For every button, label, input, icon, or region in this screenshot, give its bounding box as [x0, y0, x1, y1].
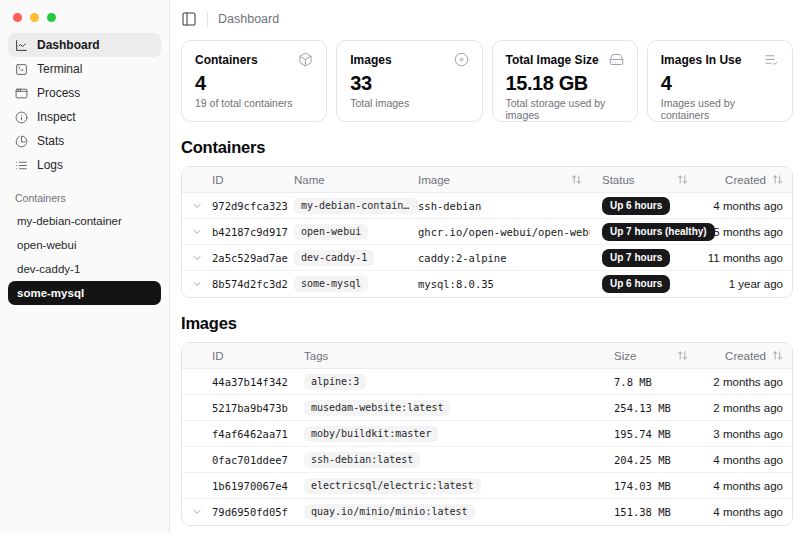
column-header-image: Image [418, 174, 590, 186]
image-table-row[interactable]: 5217ba9b473b musedam-website:latest 254.… [182, 395, 792, 421]
sidebar-nav-item[interactable]: Stats [8, 129, 161, 153]
stat-card-subtitle: Images used by containers [661, 97, 779, 121]
images-section-title: Images [181, 314, 793, 333]
sort-image-icon[interactable] [571, 174, 582, 185]
expand-row-icon[interactable] [191, 506, 203, 518]
main-content: Dashboard Containers 4 19 of total conta… [170, 0, 800, 533]
image-id: f4af6462aa71 [212, 428, 304, 440]
stat-card-title: Images [350, 53, 391, 67]
stat-card: Images 33 Total images [336, 40, 482, 122]
containers-group-label: Containers [8, 192, 161, 204]
list-icon [15, 159, 28, 172]
image-table-row[interactable]: 79d6950fd05f quay.io/minio/minio:latest … [182, 499, 792, 525]
sidebar-nav-item[interactable]: Process [8, 81, 161, 105]
info-icon [15, 111, 28, 124]
sort-size-icon[interactable] [677, 350, 688, 361]
image-tag-pill: ssh-debian:latest [304, 452, 420, 468]
column-header-status: Status [590, 174, 696, 186]
images-table: ID Tags Size Created 44a37b14f342 alpine… [181, 342, 793, 526]
sidebar-container-item[interactable]: open-webui [8, 233, 161, 257]
stat-card-title: Images In Use [661, 53, 742, 67]
nav-item-label: Logs [37, 158, 63, 172]
image-tag-pill: alpine:3 [304, 374, 366, 390]
container-table-row[interactable]: 972d9cfca323 my-debian-container ssh-deb… [182, 193, 792, 219]
container-table-row[interactable]: b42187c9d917 open-webui ghcr.io/open-web… [182, 219, 792, 245]
stat-cards-row: Containers 4 19 of total containers Imag… [181, 40, 793, 122]
image-size: 204.25 MB [600, 454, 696, 466]
sidebar-container-list: my-debian-container open-webui dev-caddy… [8, 209, 161, 305]
container-id: 2a5c529ad7ae [212, 252, 294, 264]
container-created: 4 months ago [696, 200, 792, 212]
sidebar-toggle-icon[interactable] [181, 11, 197, 27]
expand-row-icon[interactable] [191, 278, 203, 290]
image-size: 174.03 MB [600, 480, 696, 492]
image-table-row[interactable]: 1b61970067e4 electricsql/electric:latest… [182, 473, 792, 499]
image-table-row[interactable]: 44a37b14f342 alpine:3 7.8 MB 2 months ag… [182, 369, 792, 395]
container-name-pill: open-webui [294, 224, 368, 240]
window-zoom-button[interactable] [47, 13, 56, 22]
image-size: 7.8 MB [600, 376, 696, 388]
container-id: 972d9cfca323 [212, 200, 294, 212]
sidebar-nav-item[interactable]: Inspect [8, 105, 161, 129]
sort-created-icon[interactable] [772, 174, 783, 185]
expand-row-icon[interactable] [191, 200, 203, 212]
image-id: 0fac701ddee7 [212, 454, 304, 466]
container-name-label: some-mysql [17, 287, 84, 299]
image-id: 5217ba9b473b [212, 402, 304, 414]
sidebar-nav: Dashboard Terminal Process Inspect Stats… [0, 22, 169, 177]
stat-card-title: Total Image Size [506, 53, 599, 67]
app-window-icon [15, 87, 28, 100]
image-table-row[interactable]: 0fac701ddee7 ssh-debian:latest 204.25 MB… [182, 447, 792, 473]
containers-table-header: ID Name Image Status Created [182, 167, 792, 193]
container-id: 8b574d2fc3d2 [212, 278, 294, 290]
stat-card-value: 4 [661, 72, 779, 95]
image-id: 44a37b14f342 [212, 376, 304, 388]
sidebar-container-item[interactable]: some-mysql [8, 281, 161, 305]
sidebar-nav-item[interactable]: Dashboard [8, 33, 161, 57]
expand-row-icon[interactable] [191, 226, 203, 238]
containers-section-title: Containers [181, 138, 793, 157]
stat-card-subtitle: Total images [350, 97, 468, 109]
stat-card: Images In Use 4 Images used by container… [647, 40, 793, 122]
topbar: Dashboard [181, 6, 793, 32]
box-icon [298, 52, 313, 67]
nav-item-label: Dashboard [37, 38, 100, 52]
expand-row-icon[interactable] [191, 252, 203, 264]
container-image: caddy:2-alpine [418, 252, 590, 264]
sidebar-container-item[interactable]: dev-caddy-1 [8, 257, 161, 281]
image-size: 254.13 MB [600, 402, 696, 414]
container-id: b42187c9d917 [212, 226, 294, 238]
image-created: 2 months ago [696, 376, 792, 388]
stat-card-subtitle: Total storage used by images [506, 97, 624, 121]
image-created: 4 months ago [696, 454, 792, 466]
container-name-label: my-debian-container [17, 215, 122, 227]
container-image: mysql:8.0.35 [418, 278, 590, 290]
nav-item-label: Process [37, 86, 80, 100]
image-tag-pill: electricsql/electric:latest [304, 478, 481, 494]
container-image: ghcr.io/open-webui/open-webui:main [418, 226, 590, 238]
window-controls [0, 0, 169, 22]
image-table-row[interactable]: f4af6462aa71 moby/buildkit:master 195.74… [182, 421, 792, 447]
container-table-row[interactable]: 2a5c529ad7ae dev-caddy-1 caddy:2-alpine … [182, 245, 792, 271]
list-check-icon [764, 52, 779, 67]
container-table-row[interactable]: 8b574d2fc3d2 some-mysql mysql:8.0.35 Up … [182, 271, 792, 297]
image-tag-pill: quay.io/minio/minio:latest [304, 504, 475, 520]
window-minimize-button[interactable] [30, 13, 39, 22]
sidebar: Dashboard Terminal Process Inspect Stats… [0, 0, 170, 533]
sort-created-icon[interactable] [772, 350, 783, 361]
sidebar-nav-item[interactable]: Terminal [8, 57, 161, 81]
pie-chart-icon [15, 135, 28, 148]
container-name-pill: dev-caddy-1 [294, 250, 374, 266]
window-close-button[interactable] [13, 13, 22, 22]
sidebar-container-item[interactable]: my-debian-container [8, 209, 161, 233]
column-header-name: Name [294, 174, 418, 186]
images-table-header: ID Tags Size Created [182, 343, 792, 369]
sort-status-icon[interactable] [677, 174, 688, 185]
sidebar-nav-item[interactable]: Logs [8, 153, 161, 177]
column-header-tags: Tags [304, 350, 600, 362]
hard-drive-icon [609, 52, 624, 67]
column-header-id: ID [212, 350, 304, 362]
container-name-label: open-webui [17, 239, 76, 251]
stat-card-value: 33 [350, 72, 468, 95]
image-tag-pill: moby/buildkit:master [304, 426, 438, 442]
